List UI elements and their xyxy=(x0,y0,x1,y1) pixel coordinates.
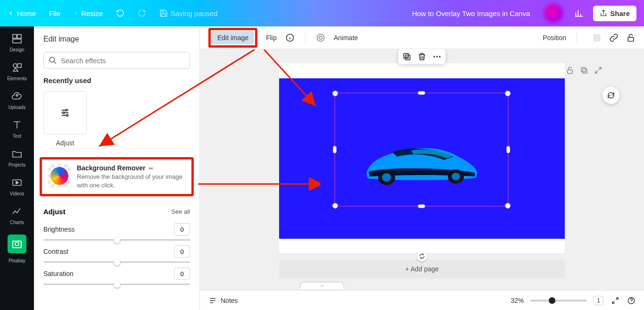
rail-text[interactable]: Text xyxy=(0,119,34,139)
home-label: Home xyxy=(17,9,36,17)
sliders-icon xyxy=(60,108,70,118)
canva-assistant-button[interactable] xyxy=(544,4,563,23)
adjust-card-label: Adjust xyxy=(43,137,87,153)
contrast-row: Contrast0 xyxy=(34,243,199,265)
refresh-button[interactable] xyxy=(603,87,619,104)
saving-label: Saving paused xyxy=(171,9,217,17)
svg-point-8 xyxy=(50,57,55,62)
edit-panel: Edit image Recently used Adjust Backgrou… xyxy=(34,26,200,310)
position-button[interactable]: Position xyxy=(543,34,566,42)
svg-point-13 xyxy=(317,34,324,41)
adjust-card[interactable] xyxy=(43,91,87,134)
svg-rect-2 xyxy=(13,39,21,43)
svg-rect-15 xyxy=(594,34,601,41)
redo-button[interactable] xyxy=(138,9,146,17)
bgremover-desc: Remove the background of your image with… xyxy=(77,173,186,189)
resize-menu[interactable]: Resize xyxy=(74,9,103,17)
canvas-stage[interactable]: + Add page xyxy=(200,49,644,290)
svg-point-14 xyxy=(319,36,322,39)
saturation-value[interactable]: 0 xyxy=(174,268,190,280)
selection-box[interactable] xyxy=(334,92,509,207)
info-icon[interactable] xyxy=(285,33,295,42)
animate-button[interactable]: Animate xyxy=(334,34,358,42)
rail-elements[interactable]: Elements xyxy=(0,62,34,81)
fullscreen-icon[interactable] xyxy=(611,296,619,305)
background-remover-item[interactable]: Background Remover Remove the background… xyxy=(40,157,194,196)
sync-button[interactable] xyxy=(417,251,427,261)
panel-header: Edit image xyxy=(34,26,199,48)
document-title[interactable]: How to Overlay Two Images in Canva xyxy=(412,9,530,17)
flip-button[interactable]: Flip xyxy=(266,34,277,42)
edit-image-highlight: Edit image xyxy=(208,28,257,48)
rail-uploads[interactable]: Uploads xyxy=(0,91,34,110)
saturation-slider[interactable] xyxy=(43,284,190,285)
svg-rect-18 xyxy=(628,37,634,41)
svg-point-6 xyxy=(15,242,19,246)
edit-image-button[interactable]: Edit image xyxy=(212,31,254,44)
brightness-value[interactable]: 0 xyxy=(174,223,190,235)
canvas-area: Edit image Flip Animate Position xyxy=(200,26,644,310)
left-rail: Design Elements Uploads Text Projects Vi… xyxy=(0,26,34,310)
see-all-link[interactable]: See all xyxy=(171,208,190,215)
svg-point-3 xyxy=(13,64,17,67)
delete-icon[interactable] xyxy=(417,52,427,61)
page-count[interactable]: 1 xyxy=(594,296,603,305)
back-home-button[interactable]: Home xyxy=(8,9,36,17)
contrast-value[interactable]: 0 xyxy=(174,245,190,258)
page-expand-icon[interactable] xyxy=(594,66,603,75)
crown-icon xyxy=(148,165,154,171)
rail-design[interactable]: Design xyxy=(0,33,34,52)
svg-rect-23 xyxy=(404,53,408,58)
transparency-icon[interactable] xyxy=(592,33,602,42)
contrast-slider[interactable] xyxy=(43,261,190,263)
svg-point-24 xyxy=(434,56,435,57)
page-scroll-hint[interactable] xyxy=(301,283,343,289)
lock-icon[interactable] xyxy=(626,33,636,42)
svg-rect-22 xyxy=(405,55,410,60)
link-icon[interactable] xyxy=(609,33,619,42)
svg-rect-0 xyxy=(13,34,17,38)
recently-used-title: Recently used xyxy=(34,76,199,84)
save-status: Saving paused xyxy=(159,9,217,17)
svg-point-26 xyxy=(439,56,440,57)
saturation-label: Saturation xyxy=(43,270,74,277)
zoom-value[interactable]: 32% xyxy=(511,297,524,304)
search-field[interactable] xyxy=(61,57,185,65)
page-tools xyxy=(566,66,603,75)
bgremover-title: Background Remover xyxy=(77,164,145,172)
svg-point-9 xyxy=(66,109,67,111)
adjust-section-title: Adjust xyxy=(43,208,66,216)
saturation-row: Saturation0 xyxy=(34,265,199,287)
page-1[interactable] xyxy=(279,63,565,253)
top-bar: Home File Resize Saving paused How to Ov… xyxy=(0,0,644,26)
brightness-row: Brightness0 xyxy=(34,220,199,243)
brightness-slider[interactable] xyxy=(43,239,190,241)
share-label: Share xyxy=(610,9,630,17)
svg-rect-19 xyxy=(568,70,573,74)
undo-button[interactable] xyxy=(116,9,124,17)
zoom-slider[interactable] xyxy=(530,300,587,302)
brightness-label: Brightness xyxy=(43,226,74,233)
svg-point-11 xyxy=(66,115,68,117)
svg-rect-21 xyxy=(581,67,586,72)
svg-point-25 xyxy=(436,56,438,57)
add-page-button[interactable]: + Add page xyxy=(279,260,565,278)
context-toolbar: Edit image Flip Animate Position xyxy=(200,26,644,49)
more-icon[interactable] xyxy=(432,52,442,61)
analytics-icon[interactable] xyxy=(574,8,584,18)
share-button[interactable]: Share xyxy=(593,6,636,21)
file-menu[interactable]: File xyxy=(49,9,60,17)
page-duplicate-icon[interactable] xyxy=(580,66,588,75)
help-icon[interactable] xyxy=(627,296,636,305)
rail-projects[interactable]: Projects xyxy=(0,148,34,168)
rail-videos[interactable]: Videos xyxy=(0,177,34,196)
duplicate-icon[interactable] xyxy=(402,52,412,61)
svg-rect-1 xyxy=(17,34,21,38)
page-lock-icon[interactable] xyxy=(566,66,574,75)
floating-toolbar xyxy=(398,49,446,64)
rail-charts[interactable]: Charts xyxy=(0,206,34,225)
svg-rect-20 xyxy=(583,69,587,73)
notes-button[interactable]: Notes xyxy=(208,296,238,305)
search-effects-input[interactable] xyxy=(43,52,190,69)
rail-pixabay[interactable]: Pixabay xyxy=(0,235,34,263)
